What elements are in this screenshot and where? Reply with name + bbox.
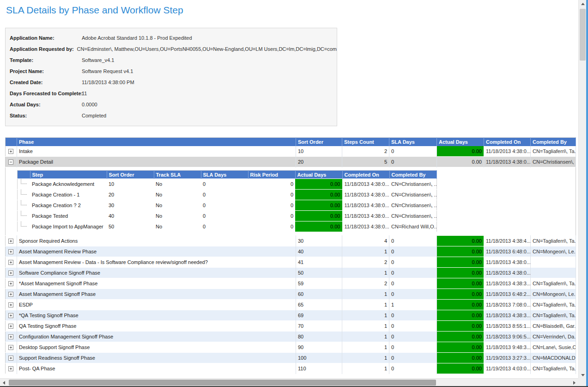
vertical-scroll-thumb[interactable] [580, 9, 586, 61]
expand-icon[interactable] [8, 345, 13, 350]
collapse-icon[interactable] [8, 160, 13, 165]
expander-cell [6, 332, 17, 342]
phase-phase: *Asset Management Signoff Phase [17, 278, 296, 289]
phase-completed-on: 11/19/2013 4:03:0... [484, 363, 531, 374]
column-header: SLA Days [389, 138, 437, 146]
phase-sort-order: 80 [296, 332, 342, 342]
tree-cell [17, 179, 30, 190]
expand-icon[interactable] [8, 260, 13, 265]
phase-steps-count: 5 [342, 157, 389, 167]
info-label: Template: [6, 57, 82, 63]
phase-steps-count: 1 [342, 353, 389, 363]
step-row: Package Acknowledgement10No000.0011/18/2… [17, 179, 436, 190]
tree-cell [17, 190, 30, 200]
step-sort-order: 10 [107, 179, 154, 190]
expand-icon[interactable] [8, 324, 13, 329]
column-header: Completed By [531, 138, 576, 146]
step-sla-days: 0 [201, 221, 248, 232]
phase-row: *Asset Management Signoff Phase59200.001… [6, 278, 576, 289]
expander-cell [6, 342, 17, 353]
horizontal-scroll-thumb[interactable] [9, 380, 436, 386]
info-label: Created Date: [6, 80, 82, 85]
expand-icon[interactable] [8, 302, 13, 307]
phase-actual-days: 0.00 [437, 278, 484, 289]
page-title: SLA Details by Phase and Workflow Step [6, 5, 578, 16]
phase-sort-order: 50 [296, 268, 342, 278]
step-risk-period: 0 [248, 211, 295, 221]
expander-cell [6, 246, 17, 257]
phase-completed-on: 11/18/2013 9:06:5... [484, 332, 531, 342]
phase-actual-days: 0.00 [437, 342, 484, 353]
step-column-header: SLA Days [201, 171, 248, 179]
vertical-scrollbar[interactable] [578, 0, 586, 379]
tree-cell [17, 211, 30, 221]
step-risk-period: 0 [248, 221, 295, 232]
phase-completed-by [531, 257, 576, 268]
expand-icon[interactable] [8, 334, 13, 339]
expand-icon[interactable] [8, 313, 13, 318]
phase-phase: Package Detail [17, 157, 296, 167]
phase-completed-on: 11/18/2013 7:08:0... [484, 300, 531, 310]
left-arrow-icon [3, 381, 5, 385]
phase-row: ESDP65110.0011/18/2013 7:08:0...CN=Tagli… [6, 300, 576, 310]
step-completed-on: 11/18/2013 4:38:0... [342, 179, 389, 190]
info-row: Project Name:Software Request v4.1 [6, 66, 337, 77]
expand-icon[interactable] [8, 249, 13, 254]
expand-icon[interactable] [8, 292, 13, 297]
step-actual-days: 0.00 [295, 179, 342, 190]
step-track-sla: No [154, 190, 201, 200]
phase-sort-order: 60 [296, 289, 342, 300]
step-actual-days: 0.00 [295, 211, 342, 221]
phase-completed-by: CN=Lane\, Susie,O... [531, 342, 576, 353]
expander-cell [6, 289, 17, 300]
phase-completed-by: CN=Verrinder\, Da... [531, 332, 576, 342]
phase-completed-on: 11/18/2013 4:38:0... [484, 268, 531, 278]
expander-cell [6, 157, 17, 167]
step-sort-order: 50 [107, 221, 154, 232]
phase-completed-on: 11/18/2013 6:48:2... [484, 289, 531, 300]
phase-completed-by: CN=Tagliaferri\, Ta... [531, 146, 576, 157]
step-table: StepSort OrderTrack SLASLA DaysRisk Peri… [17, 170, 437, 232]
phase-sla-days: 0 [389, 257, 437, 268]
phase-completed-on: 11/19/2013 3:27:3... [484, 353, 531, 363]
tree-connector-icon [21, 179, 27, 184]
tree-connector-icon [21, 200, 27, 205]
expand-icon[interactable] [8, 281, 13, 286]
phase-sla-days: 0 [389, 363, 437, 374]
step-sla-days: 0 [201, 200, 248, 211]
expander-cell [6, 321, 17, 332]
phase-completed-on: 11/18/2013 4:38:0... [484, 257, 531, 268]
info-label: Application Name: [6, 35, 82, 41]
phase-sla-days: 0 [389, 353, 437, 363]
phase-actual-days: 0.00 [437, 310, 484, 321]
info-value: Software Request v4.1 [82, 68, 133, 74]
horizontal-scrollbar[interactable] [0, 378, 578, 386]
expand-icon[interactable] [8, 366, 13, 371]
expand-icon[interactable] [8, 239, 13, 244]
expander-cell [6, 257, 17, 268]
phase-steps-count: 1 [342, 363, 389, 374]
phase-steps-count: 4 [342, 236, 389, 246]
phase-sla-days: 0 [389, 268, 437, 278]
phase-row: Asset Management Review Phase40100.0011/… [6, 246, 576, 257]
step-sla-days: 0 [201, 190, 248, 200]
info-value: CN=Edminster\, Matthew,OU=Users,OU=Ports… [77, 46, 337, 52]
tree-connector-icon [21, 211, 27, 216]
step-row: Package Import to AppManager50No000.0011… [17, 221, 436, 232]
phase-sort-order: 70 [296, 321, 342, 332]
up-arrow-icon [581, 3, 585, 5]
info-rows: Application Name:Adobe Acrobat Standard … [6, 32, 337, 121]
expand-icon[interactable] [8, 356, 13, 361]
phase-sort-order: 90 [296, 342, 342, 353]
step-actual-days: 0.00 [295, 221, 342, 232]
phase-steps-count: 1 [342, 268, 389, 278]
phase-completed-by: CN=Tagliaferri\, Ta... [531, 363, 576, 374]
scroll-right-button[interactable] [570, 379, 578, 387]
expand-icon[interactable] [8, 149, 13, 154]
info-row: Template:Software_v4.1 [6, 55, 337, 66]
expand-icon[interactable] [8, 270, 13, 276]
scroll-up-button[interactable] [579, 0, 587, 8]
step-column-header: Step [30, 171, 107, 179]
phase-phase: *QA Testing Signoff Phase [17, 310, 296, 321]
scroll-left-button[interactable] [0, 379, 8, 387]
